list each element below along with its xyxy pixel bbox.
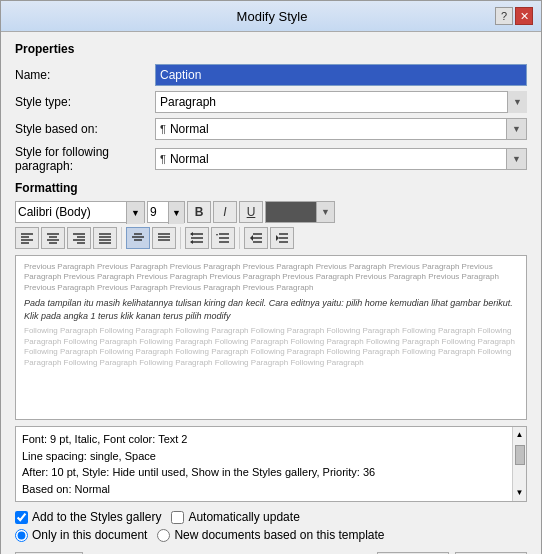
style-following-para-icon: ¶ — [156, 153, 170, 165]
align-center-button[interactable] — [41, 227, 65, 249]
style-type-select[interactable]: Paragraph — [155, 91, 527, 113]
decrease-indent-button[interactable] — [244, 227, 268, 249]
description-line1: Font: 9 pt, Italic, Font color: Text 2 — [22, 431, 520, 448]
scrollbar-down-icon[interactable]: ▼ — [514, 485, 526, 501]
description-line4: Based on: Normal — [22, 481, 520, 498]
align-indent-btn[interactable] — [152, 227, 176, 249]
auto-update-label[interactable]: Automatically update — [171, 510, 299, 524]
add-to-gallery-checkbox[interactable] — [15, 511, 28, 524]
properties-section-label: Properties — [15, 42, 527, 56]
align-justify-button[interactable] — [93, 227, 117, 249]
style-following-arrow[interactable]: ▼ — [506, 149, 526, 169]
bold-button[interactable]: B — [187, 201, 211, 223]
line-spacing-button[interactable] — [185, 227, 209, 249]
dialog-title: Modify Style — [49, 9, 495, 24]
style-following-value: Normal — [170, 152, 506, 166]
align-left-button[interactable] — [15, 227, 39, 249]
name-row: Name: — [15, 64, 527, 86]
toolbar-divider-1 — [121, 227, 122, 249]
font-size-wrapper: 9 ▼ — [147, 201, 185, 223]
style-based-arrow[interactable]: ▼ — [506, 119, 526, 139]
svg-marker-38 — [276, 235, 279, 241]
font-name-wrapper: Calibri (Body) ▼ — [15, 201, 145, 223]
preview-following-text: Following Paragraph Following Paragraph … — [24, 326, 518, 368]
svg-marker-30 — [216, 234, 218, 236]
name-input[interactable] — [155, 64, 527, 86]
font-color-selector[interactable]: ▼ — [265, 201, 335, 223]
preview-area: Previous Paragraph Previous Paragraph Pr… — [15, 255, 527, 420]
close-button[interactable]: ✕ — [515, 7, 533, 25]
new-docs-radio[interactable] — [157, 529, 170, 542]
font-size-select[interactable]: 9 — [148, 202, 184, 222]
align-active-button[interactable] — [126, 227, 150, 249]
name-label: Name: — [15, 68, 155, 82]
font-name-select[interactable]: Calibri (Body) — [16, 202, 144, 222]
dialog-body: Properties Name: Style type: Paragraph ▼… — [1, 32, 541, 554]
svg-marker-34 — [250, 235, 253, 241]
increase-indent-button[interactable] — [270, 227, 294, 249]
options-row-1: Add to the Styles gallery Automatically … — [15, 510, 527, 524]
font-color-arrow[interactable]: ▼ — [316, 202, 334, 222]
style-following-label: Style for following paragraph: — [15, 145, 155, 173]
style-based-value: Normal — [170, 122, 506, 136]
formatting-label: Formatting — [15, 181, 527, 195]
bottom-buttons: Format ▼ OK Cancel — [15, 546, 527, 554]
font-color-bar — [266, 202, 316, 222]
only-document-text: Only in this document — [32, 528, 147, 542]
style-type-select-wrapper: Paragraph ▼ — [155, 91, 527, 113]
align-right-button[interactable] — [67, 227, 91, 249]
formatting-section: Formatting Calibri (Body) ▼ 9 ▼ — [15, 181, 527, 249]
title-bar: Modify Style ? ✕ — [1, 1, 541, 32]
description-box: Font: 9 pt, Italic, Font color: Text 2 L… — [15, 426, 527, 502]
new-docs-label[interactable]: New documents based on this template — [157, 528, 384, 542]
italic-button[interactable]: I — [213, 201, 237, 223]
style-based-label: Style based on: — [15, 122, 155, 136]
preview-main-text: Pada tampilan itu masih kelihatannya tul… — [24, 297, 518, 322]
description-line3: After: 10 pt, Style: Hide until used, Sh… — [22, 464, 520, 481]
scrollbar-thumb[interactable] — [515, 445, 525, 465]
toolbar-divider-2 — [180, 227, 181, 249]
title-bar-controls: ? ✕ — [495, 7, 533, 25]
add-to-gallery-text: Add to the Styles gallery — [32, 510, 161, 524]
options-row-2: Only in this document New documents base… — [15, 528, 527, 542]
svg-marker-26 — [190, 240, 193, 244]
add-to-gallery-label[interactable]: Add to the Styles gallery — [15, 510, 161, 524]
description-line2: Line spacing: single, Space — [22, 448, 520, 465]
scrollbar-up-icon[interactable]: ▲ — [514, 427, 526, 443]
style-based-select[interactable]: ¶ Normal ▼ — [155, 118, 527, 140]
style-following-row: Style for following paragraph: ¶ Normal … — [15, 145, 527, 173]
preview-previous-text: Previous Paragraph Previous Paragraph Pr… — [24, 262, 518, 293]
auto-update-text: Automatically update — [188, 510, 299, 524]
style-based-para-icon: ¶ — [156, 123, 170, 135]
modify-style-dialog: Modify Style ? ✕ Properties Name: Style … — [0, 0, 542, 554]
font-toolbar-row: Calibri (Body) ▼ 9 ▼ B I U — [15, 201, 527, 223]
underline-button[interactable]: U — [239, 201, 263, 223]
description-scrollbar[interactable]: ▲ ▼ — [512, 427, 526, 501]
style-following-select[interactable]: ¶ Normal ▼ — [155, 148, 527, 170]
svg-marker-25 — [190, 232, 193, 236]
auto-update-checkbox[interactable] — [171, 511, 184, 524]
style-type-row: Style type: Paragraph ▼ — [15, 91, 527, 113]
align-toolbar-row — [15, 227, 527, 249]
style-based-row: Style based on: ¶ Normal ▼ — [15, 118, 527, 140]
style-type-label: Style type: — [15, 95, 155, 109]
line-spacing2-button[interactable] — [211, 227, 235, 249]
toolbar-divider-3 — [239, 227, 240, 249]
only-document-radio[interactable] — [15, 529, 28, 542]
help-button[interactable]: ? — [495, 7, 513, 25]
new-docs-text: New documents based on this template — [174, 528, 384, 542]
only-document-label[interactable]: Only in this document — [15, 528, 147, 542]
